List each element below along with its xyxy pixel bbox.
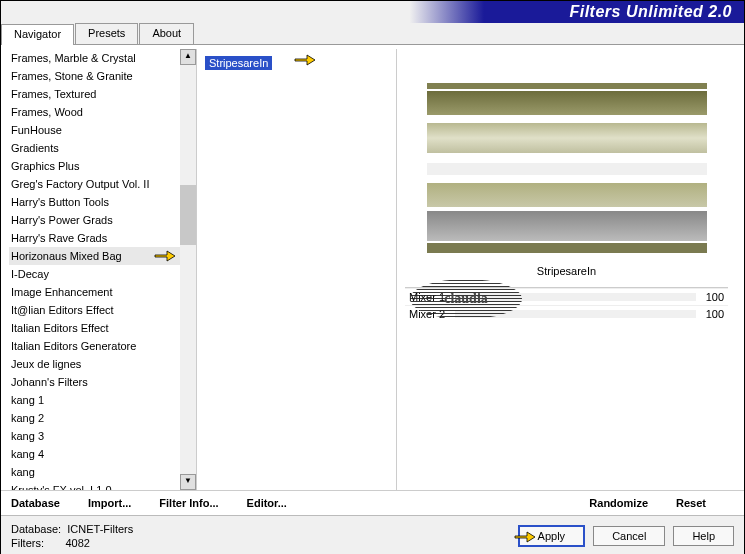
category-item[interactable]: Frames, Stone & Granite: [9, 67, 180, 85]
vertical-scrollbar[interactable]: ▲ ▼: [180, 49, 196, 490]
help-button[interactable]: Help: [673, 526, 734, 546]
preview-pane: StripesareIn Mixer 1100Mixer 2100: [397, 49, 736, 490]
status-bar: Database: ICNET-Filters Filters: 4082 Ap…: [1, 515, 744, 554]
category-item[interactable]: Graphics Plus: [9, 157, 180, 175]
category-item[interactable]: Johann's Filters: [9, 373, 180, 391]
category-item[interactable]: kang 1: [9, 391, 180, 409]
tab-navigator[interactable]: Navigator: [1, 24, 74, 45]
category-list[interactable]: Frames, Marble & CrystalFrames, Stone & …: [9, 49, 180, 490]
randomize-button[interactable]: Randomize: [589, 497, 648, 509]
category-item[interactable]: FunHouse: [9, 121, 180, 139]
reset-button[interactable]: Reset: [676, 497, 706, 509]
slider-label: Mixer 2: [409, 308, 445, 320]
category-pane: Frames, Marble & CrystalFrames, Stone & …: [9, 49, 197, 490]
selected-filter-item[interactable]: StripesareIn: [205, 56, 272, 70]
category-item[interactable]: It@lian Editors Effect: [9, 301, 180, 319]
import-button[interactable]: Import...: [88, 497, 131, 509]
scroll-down-arrow[interactable]: ▼: [180, 474, 196, 490]
apply-button[interactable]: Apply: [518, 525, 586, 547]
category-item[interactable]: kang: [9, 463, 180, 481]
category-item[interactable]: Harry's Rave Grads: [9, 229, 180, 247]
toolbar: Database Import... Filter Info... Editor…: [1, 490, 744, 515]
category-item[interactable]: Image Enhancement: [9, 283, 180, 301]
scroll-up-arrow[interactable]: ▲: [180, 49, 196, 65]
preview-image: [427, 63, 707, 253]
tab-row: Navigator Presets About: [1, 23, 744, 45]
tab-presets[interactable]: Presets: [75, 23, 138, 44]
category-item[interactable]: kang 3: [9, 427, 180, 445]
category-item[interactable]: I-Decay: [9, 265, 180, 283]
cancel-button[interactable]: Cancel: [593, 526, 665, 546]
slider-row[interactable]: Mixer 1100: [405, 288, 728, 305]
editor-button[interactable]: Editor...: [247, 497, 287, 509]
status-text: Database: ICNET-Filters Filters: 4082: [11, 522, 133, 550]
category-item[interactable]: Gradients: [9, 139, 180, 157]
category-item[interactable]: Italian Editors Effect: [9, 319, 180, 337]
category-item[interactable]: Jeux de lignes: [9, 355, 180, 373]
category-item[interactable]: Harry's Power Grads: [9, 211, 180, 229]
filter-pane: StripesareIn: [197, 49, 397, 490]
slider-value: 100: [706, 291, 724, 303]
slider-value: 100: [706, 308, 724, 320]
category-item[interactable]: kang 4: [9, 445, 180, 463]
category-item[interactable]: kang 2: [9, 409, 180, 427]
category-item[interactable]: Horizonaus Mixed Bag: [9, 247, 180, 265]
category-item[interactable]: Frames, Wood: [9, 103, 180, 121]
category-item[interactable]: Greg's Factory Output Vol. II: [9, 175, 180, 193]
category-item[interactable]: Harry's Button Tools: [9, 193, 180, 211]
tab-about[interactable]: About: [139, 23, 194, 44]
category-item[interactable]: Italian Editors Generatore: [9, 337, 180, 355]
database-button[interactable]: Database: [11, 497, 60, 509]
slider-row[interactable]: Mixer 2100: [405, 305, 728, 322]
title-bar: Filters Unlimited 2.0: [1, 1, 744, 23]
slider-track[interactable]: [455, 310, 696, 318]
category-item[interactable]: Frames, Marble & Crystal: [9, 49, 180, 67]
scroll-thumb[interactable]: [180, 185, 196, 245]
slider-label: Mixer 1: [409, 291, 445, 303]
category-item[interactable]: Krusty's FX vol. I 1.0: [9, 481, 180, 490]
app-title: Filters Unlimited 2.0: [569, 3, 732, 21]
category-item[interactable]: Frames, Textured: [9, 85, 180, 103]
slider-track[interactable]: [455, 293, 696, 301]
filter-info-button[interactable]: Filter Info...: [159, 497, 218, 509]
preview-filter-name: StripesareIn: [405, 261, 728, 281]
